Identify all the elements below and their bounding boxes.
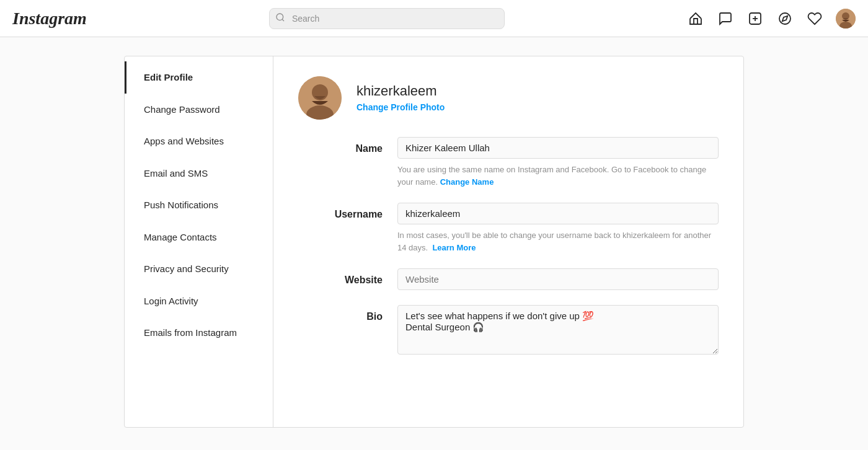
profile-header: khizerkaleem Change Profile Photo [298, 76, 719, 120]
svg-point-5 [779, 13, 790, 24]
search-icon [275, 12, 285, 25]
website-input[interactable] [397, 268, 719, 290]
sidebar-item-login-activity[interactable]: Login Activity [125, 285, 273, 317]
bio-field-wrap: Let's see what happens if we don't give … [397, 305, 719, 357]
username-hint: In most cases, you'll be able to change … [397, 229, 719, 254]
explore-icon[interactable] [776, 10, 794, 27]
sidebar-item-push-notifications[interactable]: Push Notifications [125, 189, 273, 221]
sidebar-item-manage-contacts[interactable]: Manage Contacts [125, 221, 273, 254]
header-nav [687, 9, 856, 29]
settings-page: Edit Profile Change Password Apps and We… [124, 56, 744, 428]
username-row: Username In most cases, you'll be able t… [298, 203, 719, 254]
sidebar-item-apps-websites[interactable]: Apps and Websites [125, 125, 273, 157]
edit-profile-content: khizerkaleem Change Profile Photo Name Y… [273, 56, 743, 427]
user-avatar[interactable] [836, 9, 856, 29]
header: Instagram [0, 0, 868, 37]
username-field-wrap: In most cases, you'll be able to change … [397, 203, 719, 254]
heart-icon[interactable] [806, 10, 823, 27]
home-icon[interactable] [687, 10, 704, 27]
username-input[interactable] [397, 203, 719, 224]
username-label: Username [298, 203, 397, 220]
svg-point-0 [277, 14, 283, 20]
learn-more-link[interactable]: Learn More [432, 243, 476, 252]
instagram-logo[interactable]: Instagram [12, 9, 87, 29]
website-label: Website [298, 268, 397, 286]
search-bar [269, 8, 505, 29]
bio-label: Bio [298, 305, 397, 322]
profile-username-area: khizerkaleem Change Profile Photo [356, 83, 445, 113]
name-field-wrap: You are using the same name on Instagram… [397, 137, 719, 188]
website-row: Website [298, 268, 719, 290]
sidebar-item-email-sms[interactable]: Email and SMS [125, 157, 273, 190]
sidebar-item-privacy-security[interactable]: Privacy and Security [125, 253, 273, 285]
bio-textarea[interactable]: Let's see what happens if we don't give … [397, 305, 719, 355]
profile-username: khizerkaleem [356, 83, 445, 99]
name-label: Name [298, 137, 397, 154]
change-photo-link[interactable]: Change Profile Photo [356, 102, 445, 112]
website-field-wrap [397, 268, 719, 290]
name-input[interactable] [397, 137, 719, 159]
svg-line-1 [282, 19, 284, 21]
change-name-link[interactable]: Change Name [440, 177, 494, 187]
bio-row: Bio Let's see what happens if we don't g… [298, 305, 719, 357]
name-row: Name You are using the same name on Inst… [298, 137, 719, 188]
svg-marker-6 [782, 15, 787, 20]
sidebar-item-emails-instagram[interactable]: Emails from Instagram [125, 317, 273, 349]
settings-sidebar: Edit Profile Change Password Apps and We… [125, 56, 273, 427]
profile-avatar-wrap [298, 76, 342, 120]
name-hint: You are using the same name on Instagram… [397, 164, 719, 188]
messenger-icon[interactable] [717, 10, 734, 27]
sidebar-item-edit-profile[interactable]: Edit Profile [125, 61, 273, 94]
sidebar-item-change-password[interactable]: Change Password [125, 94, 273, 126]
search-input[interactable] [269, 8, 505, 29]
create-icon[interactable] [746, 10, 764, 27]
